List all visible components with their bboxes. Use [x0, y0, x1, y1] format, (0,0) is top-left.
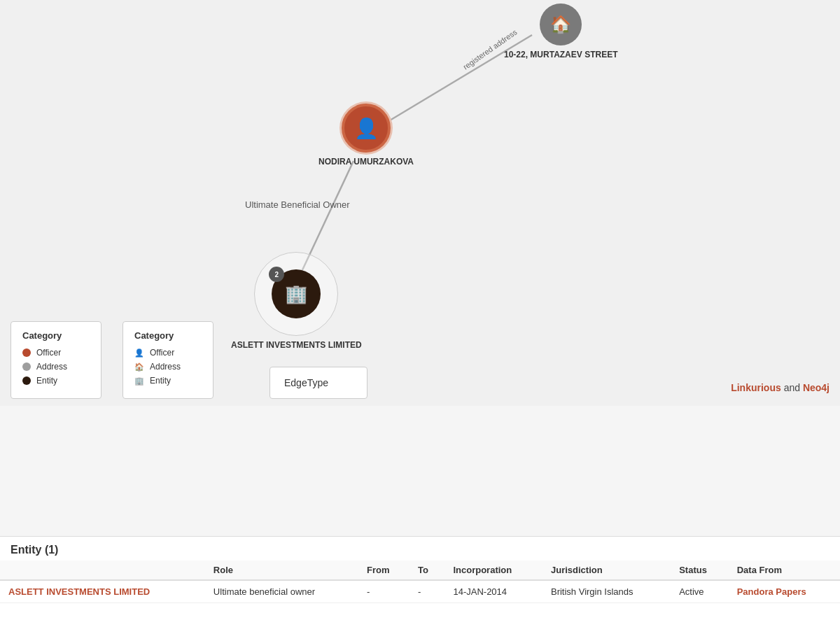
person-circle: 👤	[342, 104, 391, 153]
col-jurisdiction: Jurisdiction	[542, 561, 671, 580]
bottom-panel: Entity (1) Role From To Incorporation Ju…	[0, 536, 840, 634]
credit-and: and	[784, 382, 803, 393]
cell-status: Active	[671, 580, 729, 603]
legend-category-2: Category 👤 Officer 🏠 Address 🏢 Entity	[122, 321, 214, 399]
cell-role: Ultimate beneficial owner	[205, 580, 358, 603]
cell-from: -	[358, 580, 410, 603]
legend2-officer-label: Officer	[150, 348, 174, 358]
address-circle: 🏠	[540, 3, 582, 45]
legend-category-1: Category Officer Address Entity	[10, 321, 102, 399]
building-icon: 🏢	[285, 283, 307, 305]
data-source-link[interactable]: Pandora Papers	[737, 586, 806, 597]
legend1-address-label: Address	[36, 362, 67, 372]
entity-label: ASLETT INVESTMENTS LIMITED	[231, 340, 362, 350]
entity-section-title: Entity (1)	[0, 537, 840, 561]
address-dot	[22, 362, 31, 371]
person-label: NODIRA UMURZAKOVA	[318, 157, 414, 167]
graph-area: registered address 🏠 10-22, MURTAZAEV ST…	[0, 0, 840, 406]
legend2-title: Category	[134, 330, 202, 341]
cell-to: -	[410, 580, 444, 603]
col-incorporation: Incorporation	[444, 561, 542, 580]
col-data-from: Data From	[729, 561, 840, 580]
legend1-entity-label: Entity	[36, 376, 57, 386]
ubo-label: Ultimate Beneficial Owner	[245, 199, 350, 210]
entity-circle: 2 🏢	[272, 269, 321, 318]
cell-incorporation: 14-JAN-2014	[444, 580, 542, 603]
officer-dot	[22, 348, 31, 357]
neo4j-credit[interactable]: Neo4j	[803, 382, 830, 393]
legend2-address-label: Address	[150, 362, 181, 372]
legend1-item-officer: Officer	[22, 348, 90, 358]
linkurious-credit[interactable]: Linkurious	[731, 382, 781, 393]
legend1-title: Category	[22, 330, 90, 341]
node-address[interactable]: 🏠 10-22, MURTAZAEV STREET	[504, 3, 617, 59]
cell-entity-name[interactable]: ASLETT INVESTMENTS LIMITED	[0, 580, 205, 603]
person-icon: 👤	[354, 117, 379, 140]
entity-table: Role From To Incorporation Jurisdiction …	[0, 561, 840, 603]
home-icon: 🏠	[550, 15, 571, 34]
legend2-entity-label: Entity	[150, 376, 171, 386]
legend1-officer-label: Officer	[36, 348, 61, 358]
entity-outer-ring: 2 🏢	[254, 252, 338, 336]
address-label: 10-22, MURTAZAEV STREET	[504, 50, 617, 59]
col-name	[0, 561, 205, 580]
table-header-row: Role From To Incorporation Jurisdiction …	[0, 561, 840, 580]
legend2-item-entity: 🏢 Entity	[134, 376, 202, 386]
col-to: To	[410, 561, 444, 580]
legend1-item-entity: Entity	[22, 376, 90, 386]
col-status: Status	[671, 561, 729, 580]
edge-type-box: EdgeType	[270, 367, 368, 399]
entity-name-link[interactable]: ASLETT INVESTMENTS LIMITED	[8, 586, 150, 597]
edge-type-label: EdgeType	[284, 377, 328, 388]
entity-badge: 2	[269, 267, 284, 282]
col-role: Role	[205, 561, 358, 580]
legend1-item-address: Address	[22, 362, 90, 372]
cell-data-from[interactable]: Pandora Papers	[729, 580, 840, 603]
table-row: ASLETT INVESTMENTS LIMITED Ultimate bene…	[0, 580, 840, 603]
cell-jurisdiction: British Virgin Islands	[542, 580, 671, 603]
legend2-building-icon: 🏢	[134, 376, 144, 386]
legend2-item-officer: 👤 Officer	[134, 348, 202, 358]
node-entity[interactable]: 2 🏢 ASLETT INVESTMENTS LIMITED	[231, 252, 362, 350]
entity-dot	[22, 376, 31, 385]
credit: Linkurious and Neo4j	[731, 382, 830, 393]
legend2-person-icon: 👤	[134, 348, 144, 358]
legend2-home-icon: 🏠	[134, 362, 144, 372]
node-person[interactable]: 👤 NODIRA UMURZAKOVA	[318, 104, 414, 167]
col-from: From	[358, 561, 410, 580]
legend2-item-address: 🏠 Address	[134, 362, 202, 372]
